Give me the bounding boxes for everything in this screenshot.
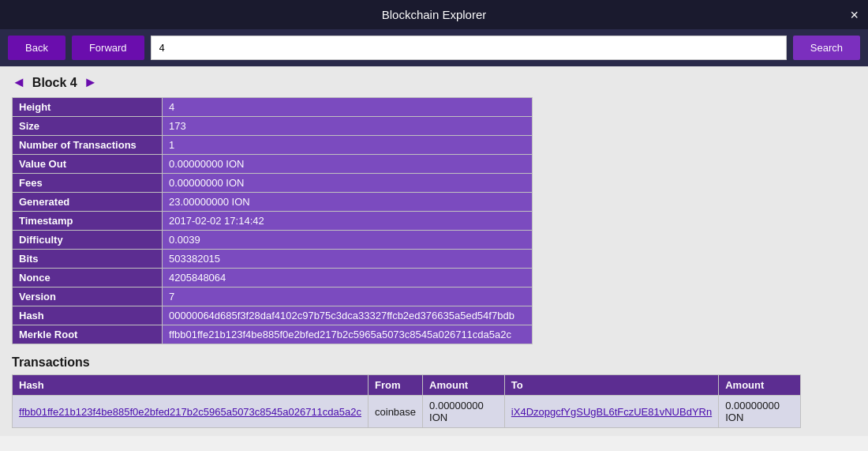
table-row: Difficulty0.0039	[13, 231, 533, 250]
info-value: 4	[163, 98, 533, 117]
tx-column-header: From	[369, 375, 423, 396]
info-label: Fees	[13, 174, 163, 193]
table-row: Size173	[13, 117, 533, 136]
close-button[interactable]: ×	[850, 6, 859, 23]
tx-column-header: To	[504, 375, 718, 396]
forward-button[interactable]: Forward	[72, 36, 144, 60]
info-label: Nonce	[13, 269, 163, 288]
transactions-table: HashFromAmountToAmount ffbb01ffe21b123f4…	[12, 374, 801, 428]
info-value: 0.0039	[163, 231, 533, 250]
info-value: 23.00000000 ION	[163, 193, 533, 212]
info-value: 2017-02-02 17:14:42	[163, 212, 533, 231]
toolbar: Back Forward Search	[0, 29, 868, 66]
info-label: Merkle Root	[13, 325, 163, 344]
block-navigation: ◄ Block 4 ►	[12, 74, 856, 91]
prev-block-arrow[interactable]: ◄	[12, 74, 26, 91]
tx-column-header: Amount	[719, 375, 801, 396]
info-value: 0.00000000 ION	[163, 155, 533, 174]
transactions-title: Transactions	[12, 355, 856, 370]
search-button[interactable]: Search	[793, 36, 860, 60]
info-value: ffbb01ffe21b123f4be885f0e2bfed217b2c5965…	[163, 325, 533, 344]
tx-column-header: Amount	[423, 375, 505, 396]
info-label: Timestamp	[13, 212, 163, 231]
info-value: 503382015	[163, 250, 533, 269]
list-item: ffbb01ffe21b123f4be885f0e2bfed217b2c5965…	[13, 396, 801, 428]
table-row: Timestamp2017-02-02 17:14:42	[13, 212, 533, 231]
info-label: Version	[13, 288, 163, 306]
table-row: Value Out0.00000000 ION	[13, 155, 533, 174]
info-label: Hash	[13, 306, 163, 325]
info-value: 4205848064	[163, 269, 533, 288]
block-info-table: Height4Size173Number of Transactions1Val…	[12, 97, 533, 344]
table-row: Merkle Rootffbb01ffe21b123f4be885f0e2bfe…	[13, 325, 533, 344]
table-row: Fees0.00000000 ION	[13, 174, 533, 193]
tx-from: coinbase	[369, 396, 423, 428]
main-content: ◄ Block 4 ► Height4Size173Number of Tran…	[0, 66, 868, 436]
title-bar: Blockchain Explorer ×	[0, 0, 868, 29]
info-value: 0.00000000 ION	[163, 174, 533, 193]
info-label: Height	[13, 98, 163, 117]
info-value: 173	[163, 117, 533, 136]
tx-column-header: Hash	[13, 375, 369, 396]
tx-amount-from: 0.00000000 ION	[423, 396, 505, 428]
app-title: Blockchain Explorer	[382, 8, 487, 21]
next-block-arrow[interactable]: ►	[84, 74, 98, 91]
info-label: Bits	[13, 250, 163, 269]
tx-amount-to: 0.00000000 ION	[719, 396, 801, 428]
block-search-input[interactable]	[151, 36, 787, 60]
table-row: Hash00000064d685f3f28daf4102c97b75c3dca3…	[13, 306, 533, 325]
info-label: Generated	[13, 193, 163, 212]
table-row: Version7	[13, 288, 533, 306]
table-row: Bits503382015	[13, 250, 533, 269]
table-row: Generated23.00000000 ION	[13, 193, 533, 212]
table-row: Number of Transactions1	[13, 136, 533, 155]
table-row: Nonce4205848064	[13, 269, 533, 288]
tx-hash[interactable]: ffbb01ffe21b123f4be885f0e2bfed217b2c5965…	[13, 396, 369, 428]
info-label: Value Out	[13, 155, 163, 174]
tx-to-address[interactable]: iX4DzopgcfYgSUgBL6tFczUE81vNUBdYRn	[504, 396, 718, 428]
table-row: Height4	[13, 98, 533, 117]
info-value: 1	[163, 136, 533, 155]
back-button[interactable]: Back	[8, 36, 65, 60]
block-title: Block 4	[32, 76, 77, 90]
info-label: Size	[13, 117, 163, 136]
info-value: 7	[163, 288, 533, 306]
info-label: Difficulty	[13, 231, 163, 250]
transactions-section: Transactions HashFromAmountToAmount ffbb…	[12, 355, 856, 428]
info-label: Number of Transactions	[13, 136, 163, 155]
info-value: 00000064d685f3f28daf4102c97b75c3dca33327…	[163, 306, 533, 325]
